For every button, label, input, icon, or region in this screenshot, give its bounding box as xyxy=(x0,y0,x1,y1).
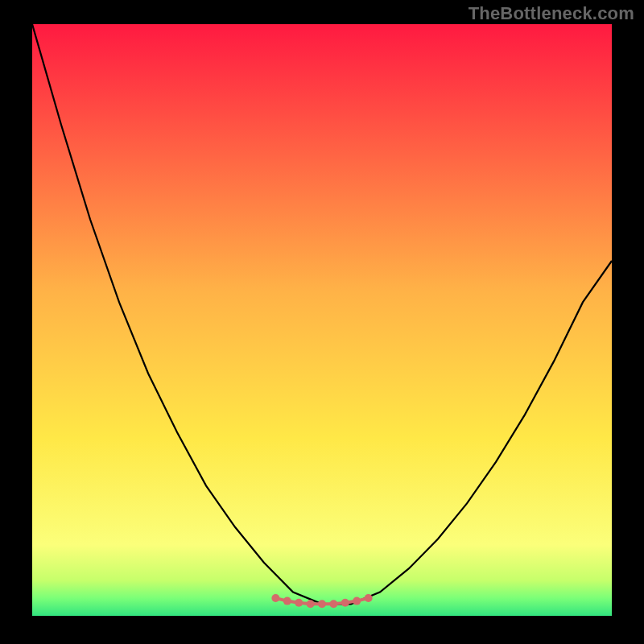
watermark-text: TheBottleneck.com xyxy=(469,3,634,24)
basin-marker-dot xyxy=(353,597,361,605)
basin-marker-dot xyxy=(341,599,349,607)
basin-marker-dot xyxy=(307,600,315,608)
basin-marker-dot xyxy=(365,594,373,602)
basin-marker-dot xyxy=(271,594,279,602)
basin-marker-dot xyxy=(318,600,326,608)
plot-area xyxy=(32,24,612,616)
gradient-background xyxy=(32,24,612,616)
chart-frame: TheBottleneck.com xyxy=(0,0,644,644)
chart-svg xyxy=(32,24,612,616)
basin-marker-dot xyxy=(295,599,303,607)
basin-marker-dot xyxy=(283,597,291,605)
basin-marker-dot xyxy=(329,600,337,608)
